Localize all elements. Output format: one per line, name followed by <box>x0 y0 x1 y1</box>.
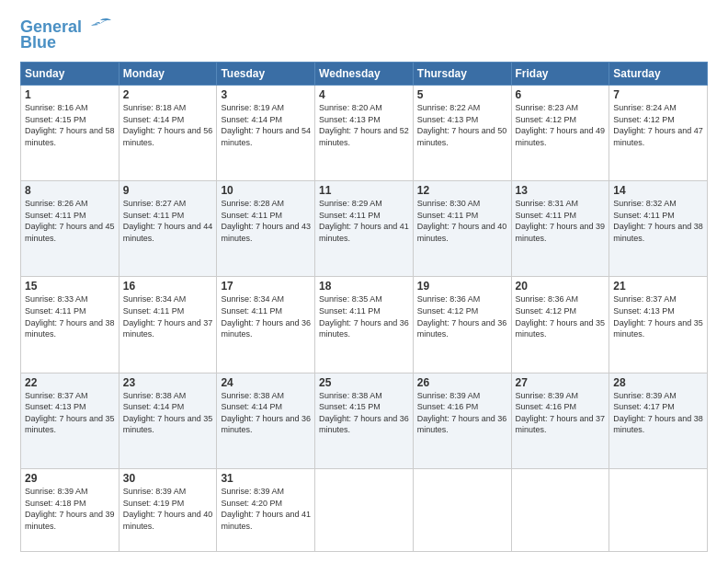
day-number: 10 <box>221 184 311 197</box>
day-number: 29 <box>25 472 115 485</box>
day-number: 7 <box>613 88 703 101</box>
calendar-day-cell: 23Sunrise: 8:38 AMSunset: 4:14 PMDayligh… <box>119 373 217 468</box>
calendar-day-cell: 24Sunrise: 8:38 AMSunset: 4:14 PMDayligh… <box>217 373 315 468</box>
calendar-day-header: Sunday <box>21 63 119 86</box>
day-info: Sunrise: 8:39 AMSunset: 4:20 PMDaylight:… <box>221 486 311 532</box>
day-number: 12 <box>417 184 507 197</box>
day-info: Sunrise: 8:34 AMSunset: 4:11 PMDaylight:… <box>123 293 213 339</box>
calendar-day-header: Friday <box>511 63 609 86</box>
calendar-day-cell <box>511 468 609 551</box>
day-number: 5 <box>417 88 507 101</box>
calendar-day-cell: 13Sunrise: 8:31 AMSunset: 4:11 PMDayligh… <box>511 181 609 277</box>
day-number: 11 <box>319 184 409 197</box>
calendar-day-cell: 17Sunrise: 8:34 AMSunset: 4:11 PMDayligh… <box>217 277 315 373</box>
calendar-day-cell: 12Sunrise: 8:30 AMSunset: 4:11 PMDayligh… <box>413 181 511 277</box>
calendar-header-row: SundayMondayTuesdayWednesdayThursdayFrid… <box>21 63 708 86</box>
calendar-day-cell: 1Sunrise: 8:16 AMSunset: 4:15 PMDaylight… <box>21 86 119 181</box>
calendar-day-cell: 18Sunrise: 8:35 AMSunset: 4:11 PMDayligh… <box>315 277 414 373</box>
day-info: Sunrise: 8:32 AMSunset: 4:11 PMDaylight:… <box>613 198 703 244</box>
calendar-day-cell: 20Sunrise: 8:36 AMSunset: 4:12 PMDayligh… <box>511 277 609 373</box>
calendar-day-cell: 3Sunrise: 8:19 AMSunset: 4:14 PMDaylight… <box>217 86 315 181</box>
calendar-day-cell: 9Sunrise: 8:27 AMSunset: 4:11 PMDaylight… <box>119 181 217 277</box>
calendar-day-cell <box>413 468 511 551</box>
calendar-week-row: 1Sunrise: 8:16 AMSunset: 4:15 PMDaylight… <box>21 86 708 181</box>
day-number: 31 <box>221 472 311 485</box>
day-info: Sunrise: 8:39 AMSunset: 4:18 PMDaylight:… <box>25 486 115 532</box>
day-info: Sunrise: 8:39 AMSunset: 4:19 PMDaylight:… <box>123 486 213 532</box>
logo: General Blue <box>20 17 113 52</box>
day-number: 4 <box>319 88 409 101</box>
day-info: Sunrise: 8:26 AMSunset: 4:11 PMDaylight:… <box>25 198 115 244</box>
day-number: 3 <box>221 88 311 101</box>
day-info: Sunrise: 8:39 AMSunset: 4:16 PMDaylight:… <box>417 390 507 436</box>
day-number: 28 <box>613 376 703 389</box>
day-number: 17 <box>221 280 311 293</box>
day-number: 25 <box>319 376 409 389</box>
day-number: 20 <box>516 280 606 293</box>
day-info: Sunrise: 8:35 AMSunset: 4:11 PMDaylight:… <box>319 293 409 339</box>
calendar-day-cell: 19Sunrise: 8:36 AMSunset: 4:12 PMDayligh… <box>413 277 511 373</box>
calendar-day-cell: 14Sunrise: 8:32 AMSunset: 4:11 PMDayligh… <box>609 181 708 277</box>
calendar-day-header: Thursday <box>413 63 511 86</box>
day-number: 14 <box>613 184 703 197</box>
day-number: 6 <box>516 88 606 101</box>
day-info: Sunrise: 8:18 AMSunset: 4:14 PMDaylight:… <box>123 102 213 148</box>
day-number: 8 <box>25 184 115 197</box>
day-info: Sunrise: 8:36 AMSunset: 4:12 PMDaylight:… <box>417 293 507 339</box>
day-info: Sunrise: 8:38 AMSunset: 4:15 PMDaylight:… <box>319 390 409 436</box>
day-info: Sunrise: 8:38 AMSunset: 4:14 PMDaylight:… <box>123 390 213 436</box>
day-info: Sunrise: 8:30 AMSunset: 4:11 PMDaylight:… <box>417 198 507 244</box>
logo-bird-icon <box>87 17 113 37</box>
day-number: 16 <box>123 280 213 293</box>
calendar-day-header: Wednesday <box>315 63 414 86</box>
day-info: Sunrise: 8:23 AMSunset: 4:12 PMDaylight:… <box>516 102 606 148</box>
calendar-day-cell: 5Sunrise: 8:22 AMSunset: 4:13 PMDaylight… <box>413 86 511 181</box>
calendar-day-cell: 10Sunrise: 8:28 AMSunset: 4:11 PMDayligh… <box>217 181 315 277</box>
calendar-day-header: Monday <box>119 63 217 86</box>
calendar-day-cell: 22Sunrise: 8:37 AMSunset: 4:13 PMDayligh… <box>21 373 119 468</box>
day-info: Sunrise: 8:34 AMSunset: 4:11 PMDaylight:… <box>221 293 311 339</box>
calendar-day-cell: 16Sunrise: 8:34 AMSunset: 4:11 PMDayligh… <box>119 277 217 373</box>
calendar-day-cell: 21Sunrise: 8:37 AMSunset: 4:13 PMDayligh… <box>609 277 708 373</box>
day-info: Sunrise: 8:36 AMSunset: 4:12 PMDaylight:… <box>516 293 606 339</box>
calendar-week-row: 22Sunrise: 8:37 AMSunset: 4:13 PMDayligh… <box>21 373 708 468</box>
calendar-day-header: Saturday <box>609 63 708 86</box>
calendar-day-cell: 4Sunrise: 8:20 AMSunset: 4:13 PMDaylight… <box>315 86 414 181</box>
day-number: 30 <box>123 472 213 485</box>
calendar-day-cell: 31Sunrise: 8:39 AMSunset: 4:20 PMDayligh… <box>217 468 315 551</box>
calendar-day-cell <box>609 468 708 551</box>
day-number: 27 <box>516 376 606 389</box>
calendar-week-row: 15Sunrise: 8:33 AMSunset: 4:11 PMDayligh… <box>21 277 708 373</box>
calendar-day-cell <box>315 468 414 551</box>
calendar-week-row: 8Sunrise: 8:26 AMSunset: 4:11 PMDaylight… <box>21 181 708 277</box>
day-number: 9 <box>123 184 213 197</box>
day-number: 15 <box>25 280 115 293</box>
day-info: Sunrise: 8:39 AMSunset: 4:16 PMDaylight:… <box>516 390 606 436</box>
day-number: 23 <box>123 376 213 389</box>
day-info: Sunrise: 8:24 AMSunset: 4:12 PMDaylight:… <box>613 102 703 148</box>
day-info: Sunrise: 8:29 AMSunset: 4:11 PMDaylight:… <box>319 198 409 244</box>
calendar-day-cell: 28Sunrise: 8:39 AMSunset: 4:17 PMDayligh… <box>609 373 708 468</box>
calendar-day-cell: 29Sunrise: 8:39 AMSunset: 4:18 PMDayligh… <box>21 468 119 551</box>
calendar-table: SundayMondayTuesdayWednesdayThursdayFrid… <box>20 62 708 552</box>
calendar-day-cell: 26Sunrise: 8:39 AMSunset: 4:16 PMDayligh… <box>413 373 511 468</box>
day-info: Sunrise: 8:22 AMSunset: 4:13 PMDaylight:… <box>417 102 507 148</box>
calendar-day-cell: 6Sunrise: 8:23 AMSunset: 4:12 PMDaylight… <box>511 86 609 181</box>
day-number: 22 <box>25 376 115 389</box>
calendar-week-row: 29Sunrise: 8:39 AMSunset: 4:18 PMDayligh… <box>21 468 708 551</box>
day-info: Sunrise: 8:37 AMSunset: 4:13 PMDaylight:… <box>613 293 703 339</box>
day-info: Sunrise: 8:20 AMSunset: 4:13 PMDaylight:… <box>319 102 409 148</box>
day-number: 19 <box>417 280 507 293</box>
day-number: 13 <box>516 184 606 197</box>
day-info: Sunrise: 8:38 AMSunset: 4:14 PMDaylight:… <box>221 390 311 436</box>
calendar-day-cell: 30Sunrise: 8:39 AMSunset: 4:19 PMDayligh… <box>119 468 217 551</box>
calendar-day-cell: 25Sunrise: 8:38 AMSunset: 4:15 PMDayligh… <box>315 373 414 468</box>
day-number: 24 <box>221 376 311 389</box>
day-info: Sunrise: 8:31 AMSunset: 4:11 PMDaylight:… <box>516 198 606 244</box>
calendar-day-cell: 7Sunrise: 8:24 AMSunset: 4:12 PMDaylight… <box>609 86 708 181</box>
header: General Blue <box>20 17 708 52</box>
day-number: 1 <box>25 88 115 101</box>
day-number: 2 <box>123 88 213 101</box>
calendar-day-header: Tuesday <box>217 63 315 86</box>
day-info: Sunrise: 8:27 AMSunset: 4:11 PMDaylight:… <box>123 198 213 244</box>
